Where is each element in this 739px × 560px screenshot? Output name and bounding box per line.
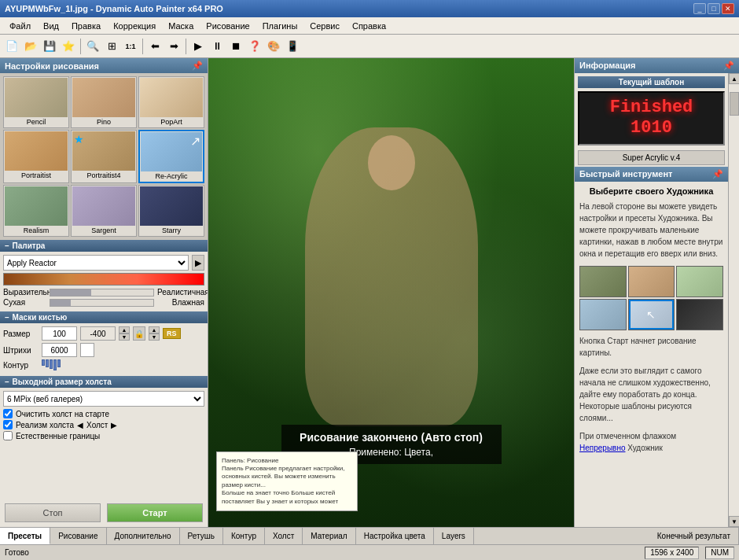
preset-pino[interactable]: Pino	[71, 76, 137, 128]
thumb-1[interactable]	[579, 266, 627, 297]
tab-layers[interactable]: Layers	[434, 528, 474, 544]
status-right: 1596 x 2400 NUM	[645, 547, 734, 559]
scroll-thumb[interactable]	[730, 92, 739, 116]
toolbar-save[interactable]: 💾	[41, 38, 58, 55]
settings-title-label: Настройки рисования	[5, 61, 99, 71]
menu-correction[interactable]: Коррекция	[107, 20, 162, 32]
tab-color-settings[interactable]: Настройка цвета	[356, 528, 434, 544]
menu-drawing[interactable]: Рисование	[200, 20, 256, 32]
dry-row: Сухая Влажная	[3, 298, 204, 307]
center-canvas[interactable]: Рисование закончено (Авто стоп) Применен…	[208, 58, 574, 527]
small-popup: Панель: Рисование Панель Рисование предл…	[216, 451, 358, 511]
start-button[interactable]: Старт	[107, 503, 203, 522]
maximize-button[interactable]: □	[708, 3, 720, 14]
preset-realism[interactable]: Realism	[3, 185, 69, 237]
palette-header[interactable]: – Палитра	[0, 240, 208, 252]
canvas-size-select[interactable]: 6 MPix (веб галерея)	[3, 391, 204, 407]
menu-plugins[interactable]: Плагины	[256, 20, 304, 32]
toolbar-new[interactable]: 📄	[3, 38, 20, 55]
preset-popart[interactable]: PopArt	[138, 76, 204, 128]
thumb-6[interactable]	[676, 299, 723, 330]
start-text: Кнопка Старт начнет рисование картины.	[579, 335, 723, 359]
minimize-button[interactable]: _	[693, 3, 706, 14]
toolbar-open[interactable]: 📂	[22, 38, 39, 55]
size-input[interactable]: 100	[42, 326, 77, 341]
contour-bar-2	[46, 359, 49, 367]
realism-label: Реализм холста	[16, 421, 74, 429]
lock-btn[interactable]: 🔒	[133, 326, 145, 341]
toolbar-stop[interactable]: ⏹	[227, 38, 244, 55]
toolbar-zoom-in[interactable]: 🔍	[84, 38, 101, 55]
brush-mask-header[interactable]: – Маски кистью	[0, 311, 208, 323]
toolbar-zoom-fit[interactable]: ⊞	[103, 38, 120, 55]
thumb-5[interactable]: ↖	[628, 299, 675, 330]
realism-left-arrow[interactable]: ◀	[77, 421, 83, 429]
size-up-btn[interactable]: ▲	[119, 326, 130, 333]
realism-check[interactable]	[3, 420, 13, 429]
tab-final-result[interactable]: Конечный результат	[649, 528, 739, 544]
left-panel-title: Настройки рисования 📌	[0, 58, 208, 73]
menu-service[interactable]: Сервис	[303, 20, 346, 32]
expressive-row: Выразительная Реалистичная	[3, 288, 204, 297]
size-up-btn2[interactable]: ▲	[149, 326, 160, 333]
toolbar-canvas-next[interactable]: ➡	[165, 38, 182, 55]
clean-canvas-check[interactable]	[3, 409, 13, 418]
tab-material[interactable]: Материал	[303, 528, 355, 544]
strokes-input[interactable]: 6000	[42, 343, 77, 357]
expressive-slider[interactable]	[50, 289, 154, 297]
size-down-btn2[interactable]: ▼	[149, 333, 160, 341]
contour-label: Контур	[3, 361, 39, 370]
menu-help[interactable]: Справка	[346, 20, 392, 32]
border-check[interactable]	[3, 431, 13, 440]
preset-starry[interactable]: Starry	[138, 185, 204, 237]
status-dimensions: 1596 x 2400	[645, 547, 699, 559]
menu-file[interactable]: Файл	[3, 20, 37, 32]
continuous-label[interactable]: Непрерывно	[579, 444, 625, 452]
menu-bar: Файл Вид Правка Коррекция Маска Рисовани…	[0, 17, 739, 35]
dry-slider[interactable]	[50, 299, 154, 307]
preset-pencil[interactable]: Pencil	[3, 76, 69, 128]
toolbar-play[interactable]: ▶	[189, 38, 207, 55]
toolbar-zoom-1to1[interactable]: 1:1	[122, 38, 139, 55]
brush-mask-content: Размер 100 -400 ▲ ▼ 🔒 ▲ ▼ RS Штрихи 6000	[0, 323, 208, 376]
preset-reacrylic[interactable]: ↗ Re-Acrylic	[138, 130, 204, 183]
tab-additional[interactable]: Дополнительно	[107, 528, 180, 544]
tab-presets[interactable]: Пресеты	[0, 528, 50, 544]
toolbar-star[interactable]: ⭐	[60, 38, 77, 55]
scroll-down-btn[interactable]: ▼	[729, 516, 739, 527]
gradient-row	[3, 273, 204, 286]
menu-view[interactable]: Вид	[37, 20, 65, 32]
palette-arrow-btn[interactable]: ▶	[192, 255, 204, 271]
tab-retouch[interactable]: Ретушь	[180, 528, 223, 544]
toolbar-device[interactable]: 📱	[284, 38, 301, 55]
canvas-size-header[interactable]: – Выходной размер холста	[0, 376, 208, 388]
apply-reactor-select[interactable]: Apply Reactor	[3, 255, 189, 271]
preset-portraitist[interactable]: Portraitist	[3, 130, 69, 183]
preset-portraitist4[interactable]: ★ Portraitist4	[71, 130, 137, 183]
tab-contour[interactable]: Контур	[223, 528, 265, 544]
toolbar-color[interactable]: 🎨	[265, 38, 282, 55]
menu-edit[interactable]: Правка	[65, 20, 107, 32]
menu-mask[interactable]: Маска	[162, 20, 200, 32]
close-button[interactable]: ✕	[722, 3, 734, 14]
scroll-track[interactable]	[729, 84, 739, 516]
tab-drawing[interactable]: Рисование	[50, 528, 106, 544]
right-scrollbar[interactable]: ▲ ▼	[728, 73, 739, 527]
led-text: Finished 1010	[586, 98, 717, 139]
size-down-btn[interactable]: ▼	[119, 333, 130, 341]
thumb-3[interactable]	[676, 266, 723, 297]
preset-sargent[interactable]: Sargent	[71, 185, 137, 237]
tab-canvas[interactable]: Холст	[265, 528, 303, 544]
border-row: Естественные границы	[3, 431, 204, 440]
thumb-2[interactable]	[628, 266, 675, 297]
size-spinners2: ▲ ▼	[149, 326, 160, 341]
toolbar-help[interactable]: ❓	[246, 38, 263, 55]
rs-button[interactable]: RS	[163, 328, 181, 339]
stop-button[interactable]: Стоп	[5, 503, 101, 522]
toolbar-canvas-prev[interactable]: ⬅	[146, 38, 164, 55]
toolbar-pause[interactable]: ⏸	[208, 38, 226, 55]
preset-popart-label: PopArt	[140, 117, 203, 127]
realism-right-arrow[interactable]: ▶	[111, 421, 117, 429]
thumb-4[interactable]	[579, 299, 627, 330]
scroll-up-btn[interactable]: ▲	[729, 73, 739, 84]
